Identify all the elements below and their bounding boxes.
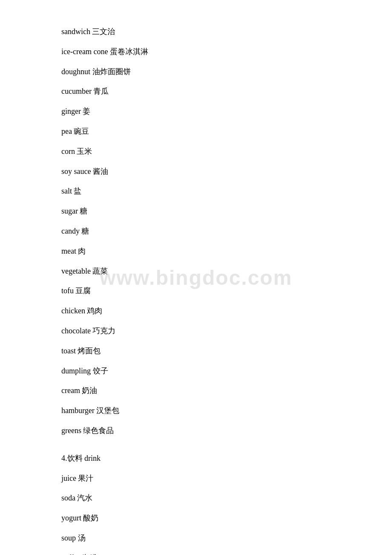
drink-list-item: coffee 咖啡 bbox=[61, 552, 331, 555]
list-item: pea 豌豆 bbox=[61, 125, 331, 138]
list-item: ice-cream cone 蛋卷冰淇淋 bbox=[61, 46, 331, 58]
list-item: cream 奶油 bbox=[61, 384, 331, 397]
list-item: greens 绿色食品 bbox=[61, 425, 331, 437]
drink-list-item: yogurt 酸奶 bbox=[61, 512, 331, 524]
list-item: soy sauce 酱油 bbox=[61, 165, 331, 178]
list-item: hamburger 汉堡包 bbox=[61, 405, 331, 417]
list-item: toast 烤面包 bbox=[61, 345, 331, 357]
list-item: tofu 豆腐 bbox=[61, 285, 331, 297]
drink-list-item: juice 果汁 bbox=[61, 472, 331, 485]
drink-list-item: soup 汤 bbox=[61, 532, 331, 544]
list-item: vegetable 蔬菜 bbox=[61, 265, 331, 278]
list-item: chocolate 巧克力 bbox=[61, 325, 331, 337]
main-content: sandwich 三文治ice-cream cone 蛋卷冰淇淋doughnut… bbox=[0, 0, 392, 555]
list-item: meat 肉 bbox=[61, 245, 331, 257]
list-item: corn 玉米 bbox=[61, 145, 331, 158]
list-item: doughnut 油炸面圈饼 bbox=[61, 66, 331, 78]
list-item: dumpling 饺子 bbox=[61, 365, 331, 377]
drink-list-item: soda 汽水 bbox=[61, 492, 331, 504]
section-header: 4.饮料 drink bbox=[61, 452, 331, 465]
list-item: sugar 糖 bbox=[61, 205, 331, 217]
list-item: salt 盐 bbox=[61, 185, 331, 197]
list-item: sandwich 三文治 bbox=[61, 26, 331, 38]
list-item: candy 糖 bbox=[61, 225, 331, 237]
list-item: chicken 鸡肉 bbox=[61, 305, 331, 317]
list-item: ginger 姜 bbox=[61, 105, 331, 118]
list-item: cucumber 青瓜 bbox=[61, 85, 331, 98]
